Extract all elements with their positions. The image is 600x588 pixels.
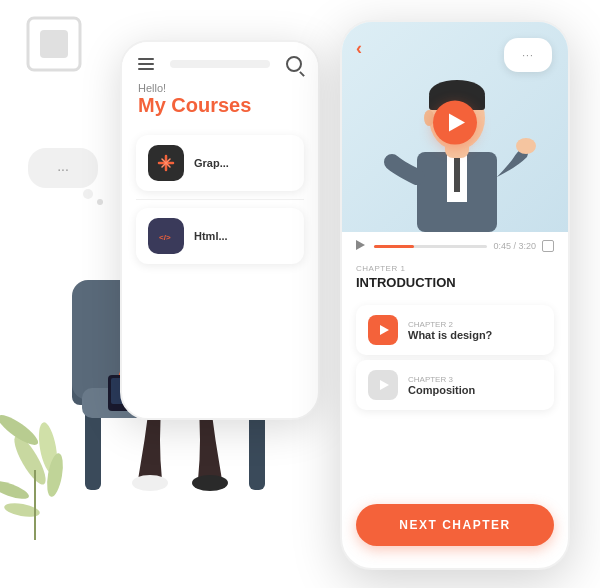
svg-point-11 — [3, 501, 41, 519]
search-icon[interactable] — [286, 56, 302, 72]
chapter-item-2[interactable]: CHAPTER 2 What is design? — [356, 305, 554, 355]
greeting-text: Hello! — [138, 82, 302, 94]
chapter-info-2: CHAPTER 2 What is design? — [408, 320, 542, 341]
course-card-2[interactable]: </> Html... — [136, 208, 304, 264]
svg-rect-1 — [40, 30, 68, 58]
progress-bar-area: 0:45 / 3:20 — [342, 232, 568, 256]
current-chapter-title: INTRODUCTION — [342, 275, 568, 300]
phone-left-header — [122, 42, 318, 82]
svg-point-7 — [0, 411, 42, 450]
play-triangle-icon — [449, 114, 465, 132]
time-display: 0:45 / 3:20 — [493, 241, 536, 251]
svg-rect-2 — [28, 148, 98, 188]
chapter-play-icon-3 — [368, 370, 398, 400]
svg-point-4 — [83, 189, 93, 199]
svg-rect-14 — [85, 390, 101, 490]
hamburger-icon[interactable] — [138, 58, 154, 70]
svg-point-33 — [132, 475, 168, 491]
speech-bubble-right: ··· — [504, 38, 552, 72]
phone-left-mockup: Hello! My Courses Grap... </> Html... — [120, 40, 320, 420]
chapter-name-2: What is design? — [408, 329, 542, 341]
svg-point-5 — [97, 199, 103, 205]
chapter-play-triangle-2 — [380, 325, 389, 335]
current-chapter-label: CHAPTER 1 — [342, 256, 568, 275]
svg-rect-0 — [28, 18, 80, 70]
course-name-1: Grap... — [194, 157, 229, 169]
phone-right-mockup: ··· ‹ 0:45 / 3:20 CHAPTER 1 INTRODUCTION… — [340, 20, 570, 570]
svg-text:···: ··· — [57, 161, 69, 177]
course-name-2: Html... — [194, 230, 228, 242]
chapter-item-3[interactable]: CHAPTER 3 Composition — [356, 360, 554, 410]
course-card-1[interactable]: Grap... — [136, 135, 304, 191]
svg-point-9 — [0, 478, 31, 503]
svg-point-6 — [9, 432, 51, 488]
svg-point-46 — [516, 138, 536, 154]
play-button[interactable] — [433, 101, 477, 145]
svg-point-34 — [192, 475, 228, 491]
chapter-play-icon-2 — [368, 315, 398, 345]
svg-text:</>: </> — [159, 233, 171, 242]
course-icon-html: </> — [148, 218, 184, 254]
next-chapter-button[interactable]: NeXT CHAPTER — [356, 504, 554, 546]
my-courses-title: My Courses — [138, 94, 302, 117]
play-small-icon[interactable] — [356, 240, 368, 252]
video-player[interactable]: ··· ‹ — [342, 22, 568, 232]
chapter-play-triangle-3 — [380, 380, 389, 390]
progress-fill — [374, 245, 414, 248]
course-icon-graphic — [148, 145, 184, 181]
chapter-num-2: CHAPTER 2 — [408, 320, 542, 329]
chapter-info-3: CHAPTER 3 Composition — [408, 375, 542, 396]
next-chapter-label: NeXT CHAPTER — [399, 518, 510, 532]
chapter-num-3: CHAPTER 3 — [408, 375, 542, 384]
phone-title-area: Hello! My Courses — [122, 82, 318, 127]
back-button[interactable]: ‹ — [356, 38, 362, 59]
svg-rect-16 — [72, 300, 92, 405]
svg-point-10 — [44, 452, 65, 498]
svg-point-8 — [36, 421, 61, 475]
course-divider — [136, 199, 304, 200]
progress-track[interactable] — [374, 245, 487, 248]
chapter-name-3: Composition — [408, 384, 542, 396]
fullscreen-icon[interactable] — [542, 240, 554, 252]
